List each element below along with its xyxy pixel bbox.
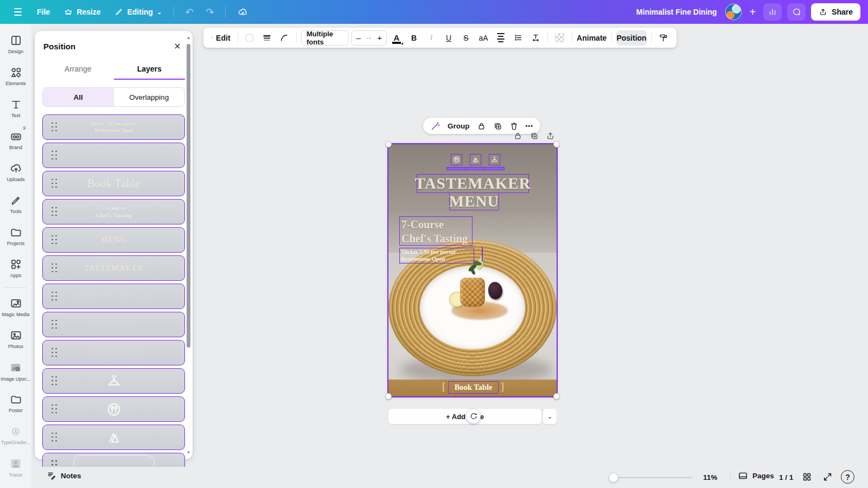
drag-handle-icon[interactable] xyxy=(52,292,58,301)
cloche-logo[interactable] xyxy=(489,154,500,165)
resize-handle-bottom-left[interactable] xyxy=(385,393,392,400)
shape-style-button[interactable] xyxy=(242,30,257,46)
drag-handle-icon[interactable] xyxy=(52,320,58,330)
scroll-down-icon[interactable]: ▼ xyxy=(186,450,191,455)
share-button[interactable]: Share xyxy=(811,3,860,21)
layer-item-faint-text-1[interactable]: DRIZZLE & TRIANGLE xyxy=(42,284,185,309)
tab-layers[interactable]: Layers xyxy=(114,60,186,80)
caption-text-selected[interactable] xyxy=(465,167,486,170)
sidebar-item-photos[interactable]: Photos xyxy=(1,323,31,355)
magic-edit-button[interactable] xyxy=(430,121,441,131)
layer-item-empty[interactable] xyxy=(42,143,185,168)
font-size-increase[interactable]: + xyxy=(377,33,382,42)
sidebar-item-elements[interactable]: Elements xyxy=(1,60,31,92)
font-size-decrease[interactable]: – xyxy=(356,33,360,42)
zoom-level[interactable]: 11% xyxy=(703,473,717,481)
transparency-button[interactable] xyxy=(552,30,567,46)
headline-menu[interactable]: MENU xyxy=(449,192,499,210)
copy-style-button[interactable] xyxy=(656,30,671,46)
drag-handle-icon[interactable] xyxy=(52,235,58,245)
list-button[interactable] xyxy=(510,30,526,46)
layer-item-book-table[interactable]: Book Table xyxy=(42,171,185,196)
pages-button[interactable]: Pages xyxy=(738,471,774,481)
layer-item-ticket-text[interactable]: Tiicket 5.95 per persorReserenious Oped xyxy=(42,114,185,140)
layer-item-faint-text-2[interactable]: GRILL & GLOW xyxy=(42,312,185,337)
edit-image-button[interactable]: Edit xyxy=(209,30,233,46)
triangle-logo[interactable] xyxy=(470,154,481,165)
filter-all[interactable]: All xyxy=(43,88,114,106)
delete-button[interactable] xyxy=(509,121,519,131)
cloud-save-status[interactable] xyxy=(232,3,253,21)
add-page-button[interactable]: + Add page xyxy=(388,409,541,424)
text-case-button[interactable]: aA xyxy=(476,30,491,46)
zoom-slider-knob[interactable] xyxy=(609,473,618,483)
undo-button[interactable]: ↶ xyxy=(181,4,198,21)
group-button[interactable]: Group xyxy=(448,122,470,130)
page-export-button[interactable] xyxy=(546,131,555,140)
notes-button[interactable]: Notes xyxy=(47,471,81,480)
sidebar-item-text[interactable]: Text xyxy=(1,92,31,124)
drag-handle-icon[interactable] xyxy=(52,376,58,386)
more-options-button[interactable]: ••• xyxy=(526,123,534,129)
drag-handle-icon[interactable] xyxy=(52,151,58,160)
sidebar-item-magic-media[interactable]: Magic Media xyxy=(1,291,31,323)
duplicate-button[interactable] xyxy=(493,121,502,131)
panel-scrollbar[interactable]: ▲ ▼ xyxy=(186,35,191,455)
sidebar-item-uploads[interactable]: Uploads xyxy=(1,156,31,188)
sidebar-item-tracer[interactable]: Tracer xyxy=(1,451,31,483)
resize-handle-top-left[interactable] xyxy=(385,141,392,147)
caption-text-selected[interactable] xyxy=(446,167,467,170)
drag-handle-icon[interactable] xyxy=(52,404,58,414)
bold-button[interactable]: B xyxy=(406,30,422,46)
filter-overlapping[interactable]: Overlapping xyxy=(114,88,185,106)
insights-button[interactable] xyxy=(763,3,782,21)
sidebar-item-image-upscaler[interactable]: Image Upsc... xyxy=(1,355,31,387)
fork-spoon-logo[interactable] xyxy=(451,154,462,165)
underline-button[interactable]: U xyxy=(441,30,456,46)
layer-item-triangle-logo[interactable] xyxy=(42,425,185,450)
position-button[interactable]: Position xyxy=(616,30,647,46)
caption-text-selected[interactable] xyxy=(484,167,505,170)
page-lock-button[interactable] xyxy=(513,131,522,140)
redo-button[interactable]: ↷ xyxy=(201,4,219,21)
layer-item-cloche[interactable] xyxy=(42,368,185,394)
book-table-button[interactable]: Book Table xyxy=(448,381,499,394)
font-size-stepper[interactable]: – -- + xyxy=(351,30,387,46)
headline-tastemaker[interactable]: TASTEMAKER xyxy=(417,174,529,193)
help-button[interactable]: ? xyxy=(841,470,854,484)
zoom-slider[interactable] xyxy=(611,477,692,478)
comments-button[interactable] xyxy=(787,3,806,21)
sidebar-item-design[interactable]: Design xyxy=(1,28,31,60)
strikethrough-button[interactable]: S xyxy=(458,30,474,46)
close-icon[interactable]: ✕ xyxy=(171,40,184,53)
add-page-chevron-button[interactable]: ⌄ xyxy=(543,409,557,424)
detail-ticket-text[interactable]: Tiicket 5.95 per persor Reserenious Oped xyxy=(399,248,474,264)
sidebar-item-typegradient[interactable]: TypeGradie... xyxy=(1,419,31,451)
font-family-select[interactable]: Multiple fonts xyxy=(301,30,349,46)
fullscreen-button[interactable] xyxy=(822,472,833,484)
sidebar-item-projects[interactable]: Projects xyxy=(1,220,31,252)
resize-handle-bottom-right[interactable] xyxy=(553,393,560,400)
curve-button[interactable] xyxy=(277,30,292,46)
drag-handle-icon[interactable] xyxy=(52,123,58,132)
design-page[interactable]: TASTEMAKER MENU 7-Course Chef's Tasting … xyxy=(388,144,557,396)
layer-item-button-shape[interactable] xyxy=(42,453,185,467)
italic-button[interactable]: I xyxy=(424,30,439,46)
page-duplicate-button[interactable] xyxy=(529,131,539,140)
avatar[interactable] xyxy=(725,4,742,20)
add-member-button[interactable]: + xyxy=(747,6,758,18)
layer-item-fork-spoon[interactable] xyxy=(42,396,185,422)
drag-handle-icon[interactable] xyxy=(52,460,58,466)
layer-item-faint-text-3[interactable]: DREAMING BAR xyxy=(42,340,185,365)
drag-handle-icon[interactable] xyxy=(52,207,58,217)
layer-item-tastemaker[interactable]: TASTEMAKER xyxy=(42,255,185,281)
scrollbar-thumb[interactable] xyxy=(187,44,190,348)
text-color-button[interactable]: A xyxy=(389,30,404,46)
editing-mode-button[interactable]: Editing ⌄ xyxy=(109,4,167,20)
scroll-up-icon[interactable]: ▲ xyxy=(186,35,191,40)
sidebar-item-poster[interactable]: Poster xyxy=(1,387,31,419)
layer-item-chefs-tasting[interactable]: 7-CourseChef's Tasting xyxy=(42,199,185,224)
resize-handle-top-right[interactable] xyxy=(553,141,560,147)
grid-view-button[interactable] xyxy=(802,472,812,484)
tab-arrange[interactable]: Arrange xyxy=(42,60,114,80)
